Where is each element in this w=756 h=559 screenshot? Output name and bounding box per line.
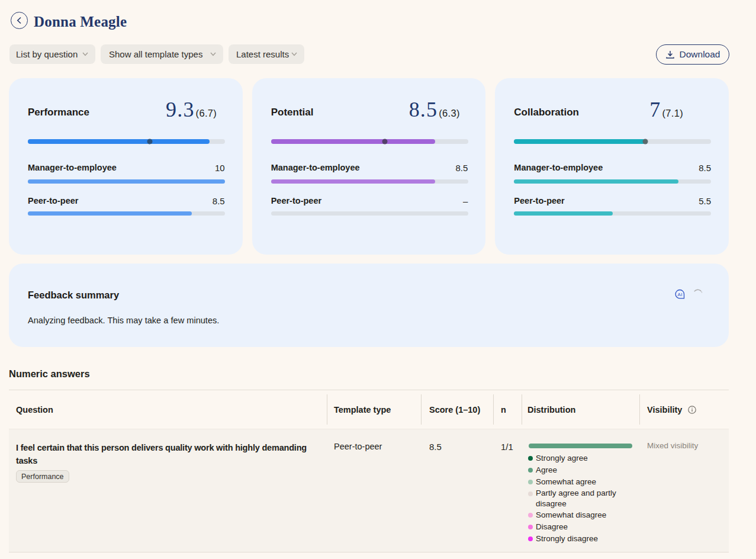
svg-text:AI: AI xyxy=(678,292,683,297)
